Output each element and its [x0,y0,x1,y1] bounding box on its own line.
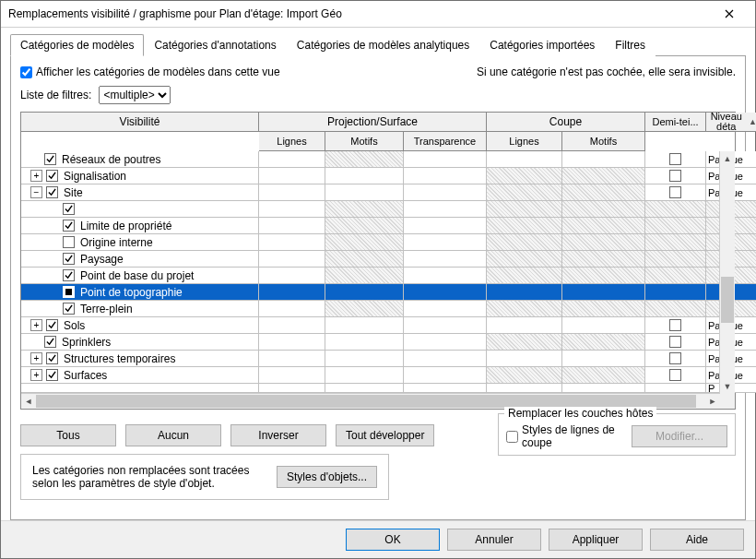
ok-button[interactable]: OK [346,529,440,551]
header-proj-lines[interactable]: Lignes [259,132,325,151]
proj-transparency-cell[interactable] [404,301,487,317]
proj-patterns-cell[interactable] [325,334,404,351]
proj-patterns-cell[interactable] [325,317,404,334]
proj-lines-cell[interactable] [259,301,325,317]
filter-list-select[interactable]: <multiple> [99,86,171,104]
cut-patterns-cell[interactable] [562,301,645,317]
hscroll-thumb[interactable] [36,395,696,408]
row-terre-plein-visibility[interactable]: Terre-plein [21,301,259,317]
cut-patterns-cell[interactable] [562,351,645,367]
cut-patterns-cell[interactable] [562,284,645,301]
cut-line-styles-checkbox[interactable] [506,431,518,443]
apply-button[interactable]: Appliquer [549,529,643,551]
header-cut-lines[interactable]: Lignes [487,132,562,151]
halftone-cell[interactable] [645,284,706,301]
collapse-icon[interactable]: − [30,186,42,198]
proj-patterns-cell[interactable] [325,201,404,218]
proj-patterns-cell[interactable] [325,268,404,284]
cut-patterns-cell[interactable] [562,151,645,168]
cut-lines-cell[interactable] [487,201,562,218]
cut-lines-cell[interactable] [487,351,562,367]
proj-transparency-cell[interactable] [404,334,487,351]
halftone-checkbox[interactable] [669,369,681,381]
scroll-left-button[interactable]: ◄ [21,394,36,409]
cut-patterns-cell[interactable] [562,334,645,351]
row-point-base-visibility[interactable]: Point de base du projet [21,268,259,284]
halftone-cell[interactable] [645,351,706,367]
scroll-thumb[interactable] [721,277,734,323]
proj-transparency-cell[interactable] [404,351,487,367]
proj-transparency-cell[interactable] [404,317,487,334]
help-button[interactable]: Aide [650,529,744,551]
halftone-cell[interactable] [645,367,706,384]
cut-line-styles-check[interactable]: Styles de lignes de coupe [506,423,622,449]
proj-lines-cell[interactable] [259,268,325,284]
proj-patterns-cell[interactable] [325,234,404,251]
proj-patterns-cell[interactable] [325,351,404,367]
proj-lines-cell[interactable] [259,184,325,201]
checkbox-unchecked-icon[interactable] [63,236,75,248]
halftone-cell[interactable] [645,301,706,317]
row-surfaces-visibility[interactable]: +Surfaces [21,367,259,384]
halftone-checkbox[interactable] [669,319,681,331]
scroll-track[interactable] [720,166,735,379]
proj-patterns-cell[interactable] [325,367,404,384]
proj-patterns-cell[interactable] [325,184,404,201]
row-sols-visibility[interactable]: +Sols [21,317,259,334]
cut-lines-cell[interactable] [487,184,562,201]
halftone-checkbox[interactable] [669,153,681,165]
scroll-down-button[interactable]: ▼ [720,379,735,394]
none-button[interactable]: Aucun [125,424,221,446]
checkbox-checked-icon[interactable] [46,186,58,198]
checkbox-checked-icon[interactable] [44,336,56,348]
cut-lines-cell[interactable] [487,317,562,334]
header-visibility[interactable]: Visibilité [21,113,259,132]
cut-lines-cell[interactable] [487,168,562,184]
proj-lines-cell[interactable] [259,251,325,268]
proj-transparency-cell[interactable] [404,184,487,201]
checkbox-checked-icon[interactable] [63,220,75,232]
cancel-button[interactable]: Annuler [447,529,541,551]
proj-transparency-cell[interactable] [404,367,487,384]
tab-imported-categories[interactable]: Catégories importées [479,34,605,56]
proj-transparency-cell[interactable] [404,251,487,268]
expand-icon[interactable]: + [30,369,42,381]
proj-lines-cell[interactable] [259,234,325,251]
halftone-checkbox[interactable] [669,352,681,364]
cut-patterns-cell[interactable] [562,234,645,251]
halftone-cell[interactable] [645,201,706,218]
proj-transparency-cell[interactable] [404,201,487,218]
row-reseaux-visibility[interactable]: Réseaux de poutres [21,151,259,168]
halftone-cell[interactable] [645,268,706,284]
cut-lines-cell[interactable] [487,301,562,317]
cut-patterns-cell[interactable] [562,184,645,201]
proj-patterns-cell[interactable] [325,251,404,268]
expand-icon[interactable]: + [30,319,42,331]
expand-all-button[interactable]: Tout développer [336,424,434,446]
row-struct-temp-visibility[interactable]: +Structures temporaires [21,351,259,367]
cut-patterns-cell[interactable] [562,251,645,268]
cut-patterns-cell[interactable] [562,268,645,284]
row-limite-visibility[interactable]: Limite de propriété [21,218,259,234]
halftone-cell[interactable] [645,234,706,251]
halftone-cell[interactable] [645,151,706,168]
checkbox-checked-icon[interactable] [46,319,58,331]
all-button[interactable]: Tous [20,424,116,446]
cut-patterns-cell[interactable] [562,201,645,218]
cut-lines-cell[interactable] [487,151,562,168]
cut-lines-cell[interactable] [487,284,562,301]
halftone-checkbox[interactable] [669,186,681,198]
proj-lines-cell[interactable] [259,367,325,384]
checkbox-checked-icon[interactable] [46,369,58,381]
checkbox-checked-icon[interactable] [46,170,58,182]
proj-lines-cell[interactable] [259,317,325,334]
header-detail[interactable]: Niveau déta ▲ [706,113,756,132]
proj-transparency-cell[interactable] [404,168,487,184]
proj-transparency-cell[interactable] [404,151,487,168]
row-lignes-cachees-visibility[interactable] [21,201,259,218]
header-proj-transparency[interactable]: Transparence [404,132,487,151]
cut-patterns-cell[interactable] [562,317,645,334]
tab-filters[interactable]: Filtres [605,34,656,56]
proj-lines-cell[interactable] [259,351,325,367]
checkbox-checked-icon[interactable] [44,153,56,165]
